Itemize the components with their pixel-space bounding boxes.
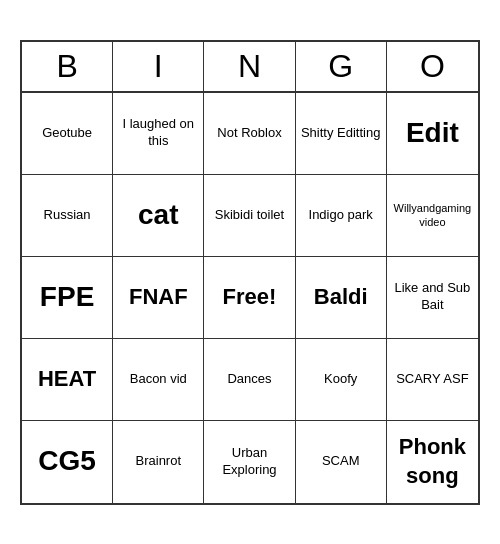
bingo-cell-10: FPE [22,257,113,339]
bingo-cell-15: HEAT [22,339,113,421]
bingo-cell-4: Edit [387,93,478,175]
bingo-cell-7: Skibidi toilet [204,175,295,257]
bingo-cell-21: Brainrot [113,421,204,503]
bingo-cell-6: cat [113,175,204,257]
bingo-cell-18: Koofy [296,339,387,421]
bingo-cell-11: FNAF [113,257,204,339]
bingo-cell-19: SCARY ASF [387,339,478,421]
bingo-cell-24: Phonk song [387,421,478,503]
bingo-cell-2: Not Roblox [204,93,295,175]
bingo-cell-14: Like and Sub Bait [387,257,478,339]
bingo-cell-5: Russian [22,175,113,257]
bingo-cell-23: SCAM [296,421,387,503]
bingo-card: BINGO GeotubeI laughed on thisNot Roblox… [20,40,480,505]
bingo-cell-3: Shitty Editting [296,93,387,175]
header-letter-G: G [296,42,387,91]
bingo-cell-20: CG5 [22,421,113,503]
header-letter-I: I [113,42,204,91]
bingo-cell-12: Free! [204,257,295,339]
bingo-cell-1: I laughed on this [113,93,204,175]
header-letter-O: O [387,42,478,91]
bingo-cell-9: Willyandgaming video [387,175,478,257]
bingo-header: BINGO [22,42,478,93]
bingo-cell-0: Geotube [22,93,113,175]
bingo-cell-13: Baldi [296,257,387,339]
bingo-grid: GeotubeI laughed on thisNot RobloxShitty… [22,93,478,503]
bingo-cell-17: Dances [204,339,295,421]
header-letter-B: B [22,42,113,91]
header-letter-N: N [204,42,295,91]
bingo-cell-16: Bacon vid [113,339,204,421]
bingo-cell-8: Indigo park [296,175,387,257]
bingo-cell-22: Urban Exploring [204,421,295,503]
